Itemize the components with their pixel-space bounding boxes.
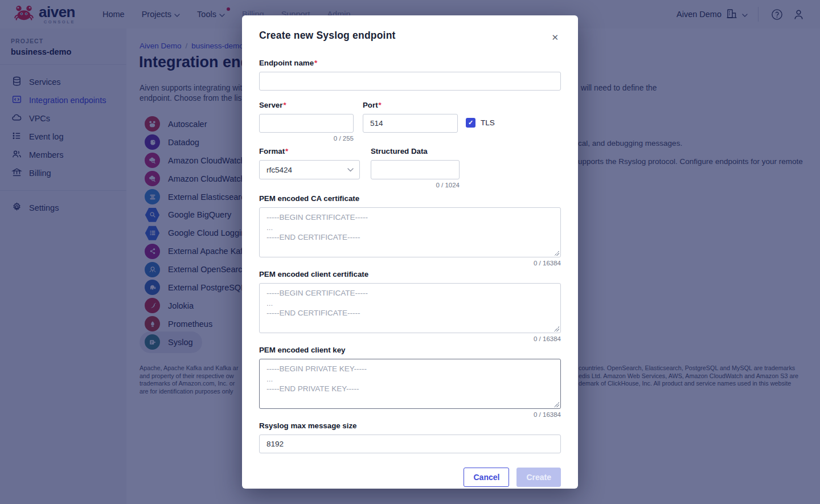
- resize-handle[interactable]: [554, 251, 559, 256]
- client-certificate-textarea[interactable]: [259, 283, 561, 333]
- create-syslog-endpoint-modal: Create new Syslog endpoint ✕ Endpoint na…: [242, 15, 578, 489]
- modal-title: Create new Syslog endpoint: [259, 30, 396, 42]
- structured-data-char-counter: 0 / 1024: [371, 182, 460, 189]
- server-input[interactable]: [259, 114, 354, 133]
- rsyslog-max-input[interactable]: [259, 435, 561, 453]
- structured-data-input[interactable]: [371, 160, 460, 179]
- server-char-counter: 0 / 255: [259, 135, 354, 142]
- resize-handle[interactable]: [554, 402, 559, 407]
- cancel-button[interactable]: Cancel: [464, 468, 509, 487]
- ca-certificate-label: PEM encoded CA certificate: [259, 194, 561, 203]
- port-input[interactable]: [363, 114, 458, 133]
- chevron-down-icon: [347, 168, 354, 172]
- structured-data-label: Structured Data: [371, 147, 460, 155]
- client-key-textarea[interactable]: [259, 359, 561, 409]
- format-select[interactable]: rfc5424: [259, 160, 360, 179]
- tls-label: TLS: [481, 118, 495, 127]
- close-icon[interactable]: ✕: [549, 31, 561, 44]
- server-label: Server*: [259, 101, 354, 109]
- client-key-char-counter: 0 / 16384: [259, 411, 561, 418]
- ca-certificate-textarea[interactable]: [259, 207, 561, 257]
- create-button[interactable]: Create: [516, 468, 561, 487]
- port-label: Port*: [363, 101, 458, 109]
- tls-checkbox[interactable]: [466, 118, 475, 128]
- client-certificate-char-counter: 0 / 16384: [259, 335, 561, 342]
- endpoint-name-label: Endpoint name*: [259, 59, 561, 67]
- format-label: Format*: [259, 147, 360, 155]
- client-key-label: PEM encoded client key: [259, 346, 561, 354]
- rsyslog-max-label: Rsyslog max message size: [259, 421, 561, 430]
- ca-certificate-char-counter: 0 / 16384: [259, 260, 561, 267]
- resize-handle[interactable]: [554, 326, 559, 331]
- client-certificate-label: PEM encoded client certificate: [259, 270, 561, 278]
- endpoint-name-input[interactable]: [259, 72, 561, 91]
